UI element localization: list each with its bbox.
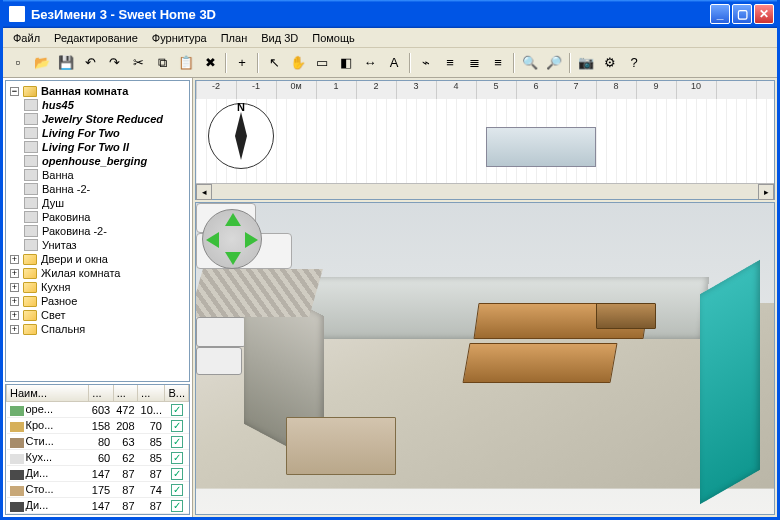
toolbar-copy-button[interactable]: ⧉: [151, 52, 173, 74]
furniture-list[interactable]: Наим............В... оре...60347210...✓К…: [5, 384, 190, 515]
furniture-row[interactable]: Ди...1478787✓: [7, 466, 189, 482]
expand-icon[interactable]: +: [10, 325, 19, 334]
menu-редактирование[interactable]: Редактирование: [48, 30, 144, 46]
toolbar-camera-button[interactable]: 📷: [575, 52, 597, 74]
view-3d[interactable]: [195, 202, 775, 515]
tree-item[interactable]: Jewelry Store Reduced: [24, 112, 185, 126]
minimize-button[interactable]: _: [710, 4, 730, 24]
furniture-col-header[interactable]: В...: [165, 385, 189, 402]
toolbar-align-right-button[interactable]: ≡: [487, 52, 509, 74]
toolbar-undo-button[interactable]: ↶: [79, 52, 101, 74]
furniture-row[interactable]: Сти...806385✓: [7, 434, 189, 450]
tree-category[interactable]: +Двери и окна: [10, 252, 185, 266]
tree-category[interactable]: +Кухня: [10, 280, 185, 294]
tree-category[interactable]: +Разное: [10, 294, 185, 308]
toolbar-pointer-button[interactable]: ↖: [263, 52, 285, 74]
toolbar-save-button[interactable]: 💾: [55, 52, 77, 74]
tree-root[interactable]: −Ванная комната: [10, 85, 185, 97]
tree-item[interactable]: Душ: [24, 196, 185, 210]
tree-item[interactable]: Раковина: [24, 210, 185, 224]
scroll-left-button[interactable]: ◂: [196, 184, 212, 200]
toolbar-help-button[interactable]: ?: [623, 52, 645, 74]
nav-down-button[interactable]: [225, 252, 241, 265]
furniture-row[interactable]: Кух...606285✓: [7, 450, 189, 466]
tree-item[interactable]: Раковина -2-: [24, 224, 185, 238]
toolbar-align-center-button[interactable]: ≣: [463, 52, 485, 74]
furniture-col-header[interactable]: Наим...: [7, 385, 89, 402]
tree-category[interactable]: +Свет: [10, 308, 185, 322]
toolbar-room-button[interactable]: ◧: [335, 52, 357, 74]
tree-category[interactable]: +Жилая комната: [10, 266, 185, 280]
tree-item[interactable]: Ванна: [24, 168, 185, 182]
check-icon[interactable]: ✓: [171, 484, 183, 496]
furniture-row[interactable]: Ди...1478787✓: [7, 498, 189, 514]
cell-visible[interactable]: ✓: [165, 450, 189, 466]
expand-icon[interactable]: +: [10, 269, 19, 278]
scroll-track[interactable]: [212, 184, 758, 199]
furniture-row[interactable]: Сто...1758774✓: [7, 482, 189, 498]
cell-visible[interactable]: ✓: [165, 402, 189, 418]
toolbar-add-furniture-button[interactable]: +: [231, 52, 253, 74]
cell-visible[interactable]: ✓: [165, 434, 189, 450]
menu-фурнитура[interactable]: Фурнитура: [146, 30, 213, 46]
furniture-col-header[interactable]: ...: [138, 385, 165, 402]
furniture-catalog-tree[interactable]: −Ванная комнатаhus45Jewelry Store Reduce…: [5, 80, 190, 382]
toolbar-text-button[interactable]: A: [383, 52, 405, 74]
check-icon[interactable]: ✓: [171, 500, 183, 512]
plan-horizontal-scrollbar[interactable]: ◂ ▸: [196, 183, 774, 199]
toolbar-wall-button[interactable]: ▭: [311, 52, 333, 74]
plan-2d-view[interactable]: -2-10м12345678910 N ◂ ▸: [195, 80, 775, 200]
furniture-col-header[interactable]: ...: [89, 385, 113, 402]
menu-файл[interactable]: Файл: [7, 30, 46, 46]
3d-nav-control[interactable]: [202, 209, 262, 269]
plan-canvas[interactable]: N: [196, 99, 774, 183]
tree-item[interactable]: hus45: [24, 98, 185, 112]
toolbar-delete-button[interactable]: ✖: [199, 52, 221, 74]
furniture-row[interactable]: оре...60347210...✓: [7, 402, 189, 418]
collapse-icon[interactable]: −: [10, 87, 19, 96]
furniture-row[interactable]: Кро...15820870✓: [7, 418, 189, 434]
tree-item[interactable]: Ванна -2-: [24, 182, 185, 196]
check-icon[interactable]: ✓: [171, 404, 183, 416]
expand-icon[interactable]: +: [10, 297, 19, 306]
tree-item[interactable]: Living For Two II: [24, 140, 185, 154]
tree-item[interactable]: Унитаз: [24, 238, 185, 252]
compass-icon[interactable]: N: [208, 103, 274, 169]
cell-visible[interactable]: ✓: [165, 498, 189, 514]
check-icon[interactable]: ✓: [171, 436, 183, 448]
toolbar-pan-button[interactable]: ✋: [287, 52, 309, 74]
expand-icon[interactable]: +: [10, 283, 19, 292]
tree-item[interactable]: Living For Two: [24, 126, 185, 140]
cell-visible[interactable]: ✓: [165, 482, 189, 498]
toolbar-dimension-button[interactable]: ↔: [359, 52, 381, 74]
toolbar-split-button[interactable]: ⌁: [415, 52, 437, 74]
expand-icon[interactable]: +: [10, 255, 19, 264]
check-icon[interactable]: ✓: [171, 452, 183, 464]
toolbar-align-left-button[interactable]: ≡: [439, 52, 461, 74]
toolbar-paste-button[interactable]: 📋: [175, 52, 197, 74]
maximize-button[interactable]: ▢: [732, 4, 752, 24]
cell-visible[interactable]: ✓: [165, 418, 189, 434]
nav-left-button[interactable]: [206, 232, 219, 248]
nav-right-button[interactable]: [245, 232, 258, 248]
toolbar-zoom-in-button[interactable]: 🔍: [519, 52, 541, 74]
menu-вид 3d[interactable]: Вид 3D: [255, 30, 304, 46]
titlebar[interactable]: БезИмени 3 - Sweet Home 3D _ ▢ ✕: [3, 0, 777, 28]
toolbar-zoom-out-button[interactable]: 🔎: [543, 52, 565, 74]
menu-план[interactable]: План: [215, 30, 254, 46]
furniture-col-header[interactable]: ...: [113, 385, 137, 402]
toolbar-new-button[interactable]: ▫: [7, 52, 29, 74]
close-button[interactable]: ✕: [754, 4, 774, 24]
toolbar-prefs-button[interactable]: ⚙: [599, 52, 621, 74]
cell-visible[interactable]: ✓: [165, 466, 189, 482]
tree-item[interactable]: openhouse_berging: [24, 154, 185, 168]
tree-category[interactable]: +Спальня: [10, 322, 185, 336]
toolbar-open-button[interactable]: 📂: [31, 52, 53, 74]
nav-up-button[interactable]: [225, 213, 241, 226]
toolbar-cut-button[interactable]: ✂: [127, 52, 149, 74]
toolbar-redo-button[interactable]: ↷: [103, 52, 125, 74]
scroll-right-button[interactable]: ▸: [758, 184, 774, 200]
check-icon[interactable]: ✓: [171, 420, 183, 432]
check-icon[interactable]: ✓: [171, 468, 183, 480]
expand-icon[interactable]: +: [10, 311, 19, 320]
